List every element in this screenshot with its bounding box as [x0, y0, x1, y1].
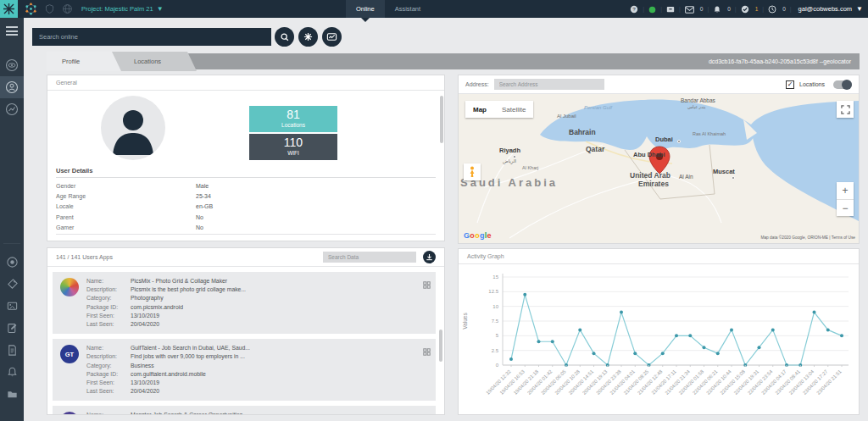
menu-hamburger-icon[interactable]	[6, 26, 18, 36]
stat-wifi[interactable]: 110 WIFI	[249, 134, 337, 160]
bell-icon[interactable]	[713, 2, 721, 17]
app-field-value: Find jobs with over 9,000 top employers …	[131, 352, 245, 361]
app-list-item[interactable]: Name:Monster Job Search & Career Opportu…	[53, 406, 436, 415]
status-online-dot[interactable]	[648, 2, 656, 17]
sidebar-item-target[interactable]	[0, 251, 24, 273]
google-logo[interactable]: Google	[464, 231, 492, 240]
tab-profile[interactable]: Profile	[47, 52, 121, 71]
monitor-analytics-button[interactable]	[322, 27, 342, 47]
sidebar-item-notes[interactable]	[0, 317, 24, 339]
app-field-value: com.gulftalent.android.mobile	[131, 370, 206, 379]
svg-text:23/04/20 21:51: 23/04/20 21:51	[815, 368, 843, 396]
general-panel-title: General	[47, 75, 444, 91]
app-icon	[60, 412, 79, 415]
app-field-row: Category:Photography	[86, 294, 431, 302]
app-field-row: Package ID:com.gulftalent.android.mobile	[86, 370, 431, 379]
mail-icon[interactable]	[685, 2, 694, 17]
advanced-search-button[interactable]	[298, 27, 318, 47]
locations-checkbox[interactable]: ✓	[786, 80, 794, 89]
app-grid-icon[interactable]	[423, 277, 431, 292]
svg-text:2.5: 2.5	[492, 348, 499, 353]
shield-icon[interactable]	[44, 3, 55, 14]
zoom-out-button[interactable]: −	[837, 199, 854, 216]
app-field-label: Name:	[86, 411, 131, 415]
app-list-item[interactable]: GTName:GulfTalent - Job Search in Dubai,…	[53, 339, 436, 401]
project-selector[interactable]: Project: Majestic Palm 21 ▼	[81, 5, 164, 13]
detail-row: GamerNo	[56, 223, 436, 233]
tasks-check-icon[interactable]	[741, 2, 749, 17]
sidebar-item-discover[interactable]	[0, 54, 24, 76]
tab-assistant[interactable]: Assistant	[385, 0, 431, 18]
svg-text:7.5: 7.5	[492, 319, 499, 324]
zoom-in-button[interactable]: +	[837, 182, 854, 199]
satellite-button[interactable]: Satellite	[494, 101, 533, 118]
map-attribution[interactable]: Map data ©2020 Google, ORION-ME | Terms …	[760, 235, 855, 240]
globe-icon[interactable]	[62, 3, 73, 14]
app-icon	[60, 278, 79, 296]
user-email[interactable]: gal@cobwebs.com	[798, 5, 852, 13]
app-field-row: First Seen:13/10/2019	[86, 312, 431, 320]
help-icon[interactable]: ?	[630, 2, 638, 17]
activity-chart[interactable]: 02.557.51012.515Values19/04/20 12:3219/0…	[459, 265, 859, 414]
apps-search-input[interactable]	[323, 252, 416, 263]
sidebar-item-tags[interactable]	[0, 273, 24, 295]
app-field-label: First Seen:	[86, 379, 131, 387]
chart-point	[593, 352, 596, 355]
projects-box-icon[interactable]	[666, 2, 675, 17]
chart-point	[661, 352, 665, 355]
pegman-icon[interactable]	[464, 163, 481, 180]
search-button[interactable]	[275, 27, 294, 47]
svg-text:12.5: 12.5	[488, 289, 498, 294]
app-field-value: Business	[131, 362, 154, 370]
app-field-value: 13/10/2019	[131, 312, 159, 320]
users-apps-title: 141 / 141 Users Apps	[56, 254, 323, 260]
stat-locations-label: Locations	[249, 122, 337, 128]
svg-text:10: 10	[492, 304, 498, 309]
sidebar-item-folder[interactable]	[0, 383, 24, 405]
search-input[interactable]	[32, 28, 271, 46]
left-sidebar	[0, 18, 24, 421]
chart-point	[551, 340, 554, 343]
app-field-value: GulfTalent - Job Search in Dubai, UAE, S…	[131, 344, 250, 352]
app-field-value: PicsMix - Photo Grid & Collage Maker	[131, 277, 227, 285]
chart-point	[620, 311, 623, 314]
sidebar-item-reports[interactable]	[0, 339, 24, 361]
chevron-down-icon: ▼	[157, 5, 164, 13]
download-button[interactable]	[423, 251, 436, 263]
chart-point	[509, 357, 513, 361]
users-apps-panel: 141 / 141 Users Apps Name:PicsMix - Phot…	[47, 247, 445, 415]
network-graph-icon[interactable]	[25, 3, 37, 15]
map-canvas[interactable]: Saudi ArabiaRiyadhالرياضAl JubailBahrain…	[459, 94, 859, 243]
mode-tabs: Online Assistant	[346, 0, 431, 18]
history-clock-icon[interactable]	[768, 2, 776, 17]
app-field-label: Package ID:	[86, 370, 131, 379]
apps-scrollbar[interactable]	[439, 330, 442, 362]
general-scrollbar[interactable]	[440, 96, 443, 143]
bell-count: 0	[727, 6, 731, 12]
detail-label: Parent	[56, 214, 196, 220]
sidebar-item-profile[interactable]	[0, 76, 24, 98]
sidebar-item-gallery[interactable]	[0, 295, 24, 317]
detail-value: No	[196, 224, 203, 230]
sidebar-item-alerts[interactable]	[0, 361, 24, 383]
sidebar-item-analytics[interactable]	[0, 98, 24, 120]
tab-locations[interactable]: Locations	[112, 52, 197, 71]
app-list-item[interactable]: Name:PicsMix - Photo Grid & Collage Make…	[53, 272, 436, 334]
app-root: Project: Majestic Palm 21 ▼ Online Assis…	[0, 0, 868, 421]
detail-value: No	[196, 214, 203, 220]
detail-row: GenderMale	[56, 180, 436, 191]
project-label: Project: Majestic Palm 21	[81, 5, 153, 13]
detail-row: Localeen-GB	[56, 202, 436, 212]
fullscreen-button[interactable]	[837, 101, 854, 118]
chart-point	[578, 328, 581, 331]
chart-point	[688, 334, 692, 337]
address-search-input[interactable]	[494, 79, 604, 90]
brand-logo-icon[interactable]	[0, 0, 18, 18]
locations-toggle[interactable]	[833, 80, 852, 89]
app-grid-icon[interactable]	[423, 344, 431, 359]
map-button[interactable]: Map	[465, 101, 494, 118]
app-grid-icon[interactable]	[423, 411, 431, 415]
user-menu-chevron-icon[interactable]: ▼	[856, 5, 863, 13]
tab-online[interactable]: Online	[346, 0, 385, 18]
stat-locations[interactable]: 81 Locations	[249, 106, 337, 132]
